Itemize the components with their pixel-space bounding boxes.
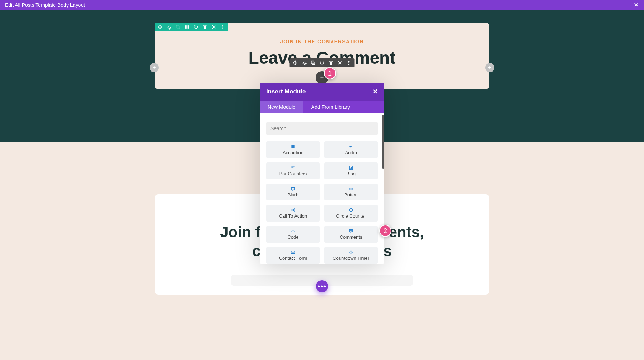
module-item-label: Circle Counter [336, 213, 366, 219]
svg-rect-2 [185, 25, 186, 29]
module-item-label: Blog [346, 171, 356, 176]
svg-point-6 [222, 26, 223, 28]
more-icon[interactable] [220, 24, 225, 30]
bar-icon [290, 165, 296, 170]
close-icon[interactable] [211, 24, 216, 30]
builder-fab[interactable]: ••• [316, 280, 328, 292]
module-item-label: Contact Form [279, 256, 307, 261]
modal-close-button[interactable]: ✕ [372, 88, 378, 96]
modal-body: AccordionAudioBar CountersBlogBlurbButto… [260, 113, 384, 264]
plus-icon [319, 75, 325, 80]
move-icon[interactable] [293, 60, 298, 65]
module-item-label: Call To Action [279, 213, 307, 219]
svg-point-12 [348, 64, 350, 65]
module-search-input[interactable] [266, 122, 378, 135]
section-toolbar [155, 23, 228, 31]
more-icon[interactable] [346, 60, 352, 65]
gear-icon[interactable] [302, 60, 307, 65]
module-item-label: Countdown Timer [333, 256, 369, 261]
circle-icon [348, 208, 354, 213]
trash-icon[interactable] [328, 60, 334, 65]
tab-add-from-library[interactable]: Add From Library [303, 101, 358, 113]
comments-icon [348, 229, 354, 234]
code-icon [290, 229, 296, 234]
annotation-1: 1 [324, 67, 336, 79]
svg-rect-18 [291, 169, 294, 169]
module-countdown-timer[interactable]: Countdown Timer [324, 247, 378, 264]
module-button[interactable]: Button [324, 184, 378, 200]
svg-rect-15 [291, 147, 294, 148]
module-bar-counters[interactable]: Bar Counters [266, 162, 320, 179]
svg-rect-13 [291, 145, 294, 146]
module-contact-form[interactable]: Contact Form [266, 247, 320, 264]
power-icon[interactable] [193, 24, 199, 30]
svg-rect-9 [312, 62, 315, 65]
module-accordion[interactable]: Accordion [266, 141, 320, 158]
columns-icon[interactable] [184, 24, 190, 30]
module-item-label: Blurb [288, 192, 298, 198]
module-item-label: Accordion [283, 150, 303, 155]
module-item-label: Audio [345, 150, 357, 155]
module-blurb[interactable]: Blurb [266, 184, 320, 200]
svg-rect-17 [291, 167, 293, 168]
svg-point-11 [348, 62, 350, 63]
module-blog[interactable]: Blog [324, 162, 378, 179]
svg-rect-3 [186, 25, 187, 29]
modal-title: Insert Module [266, 88, 306, 95]
module-item-label: Code [287, 234, 298, 240]
add-section-right[interactable]: + [485, 63, 494, 72]
module-circle-counter[interactable]: Circle Counter [324, 205, 378, 222]
cta-icon [290, 208, 296, 213]
power-icon[interactable] [319, 60, 325, 65]
modal-tabs: New Module Add From Library [260, 101, 384, 113]
svg-rect-1 [177, 26, 180, 29]
svg-rect-16 [291, 167, 294, 167]
editor-top-bar: Edit All Posts Template Body Layout ✕ [0, 0, 644, 10]
builder-canvas: JOIN IN THE CONVERSATION Leave a Comment… [0, 10, 644, 360]
duplicate-icon[interactable] [175, 24, 181, 30]
svg-point-10 [348, 61, 350, 62]
duplicate-icon[interactable] [311, 60, 316, 65]
blurb-icon [290, 186, 296, 191]
section-subtitle: JOIN IN THE CONVERSATION [165, 39, 479, 44]
module-grid: AccordionAudioBar CountersBlogBlurbButto… [266, 141, 378, 264]
module-comments[interactable]: Comments [324, 226, 378, 243]
timer-icon [348, 250, 354, 255]
editor-close-button[interactable]: ✕ [634, 1, 639, 9]
move-icon[interactable] [157, 24, 163, 30]
button-icon [348, 186, 354, 191]
trash-icon[interactable] [202, 24, 208, 30]
form-icon [290, 250, 296, 255]
editor-title: Edit All Posts Template Body Layout [5, 2, 85, 8]
close-icon[interactable] [337, 60, 343, 65]
svg-rect-20 [349, 188, 353, 190]
tab-new-module[interactable]: New Module [260, 101, 303, 113]
module-item-label: Comments [340, 234, 362, 240]
insert-module-modal: Insert Module ✕ New Module Add From Libr… [260, 83, 384, 264]
audio-icon [348, 144, 354, 149]
svg-rect-14 [291, 146, 294, 147]
accordion-icon [290, 144, 296, 149]
svg-rect-8 [311, 61, 314, 64]
add-section-left[interactable]: + [150, 63, 159, 72]
svg-point-7 [222, 28, 223, 29]
modal-header: Insert Module ✕ [260, 83, 384, 101]
module-item-label: Bar Counters [279, 171, 307, 176]
module-call-to-action[interactable]: Call To Action [266, 205, 320, 222]
blog-icon [348, 165, 354, 170]
module-code[interactable]: Code [266, 226, 320, 243]
module-audio[interactable]: Audio [324, 141, 378, 158]
module-toolbar [290, 58, 355, 67]
module-item-label: Button [344, 192, 358, 198]
svg-rect-0 [176, 25, 179, 28]
gear-icon[interactable] [166, 24, 172, 30]
svg-point-5 [222, 25, 223, 26]
svg-rect-4 [188, 25, 189, 29]
annotation-2: 2 [379, 225, 391, 237]
